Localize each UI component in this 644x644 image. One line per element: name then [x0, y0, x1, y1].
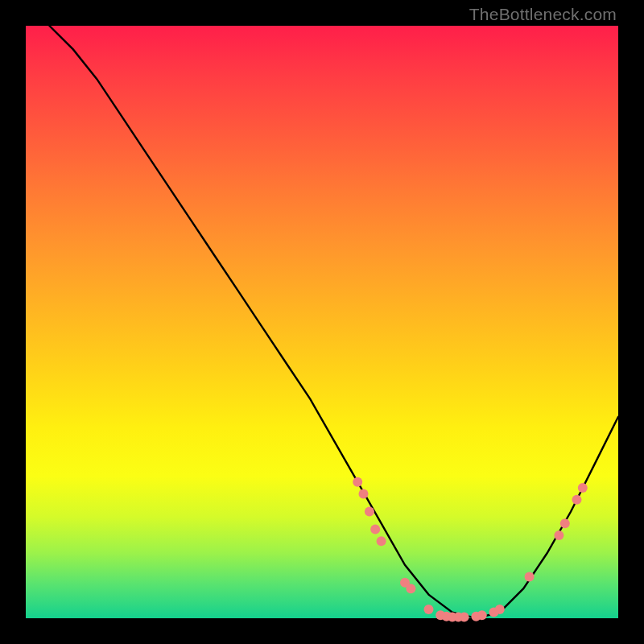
data-point [578, 483, 588, 493]
data-point [359, 489, 369, 498]
data-point [406, 584, 415, 593]
curve-svg [26, 26, 618, 618]
watermark-text: TheBottleneck.com [469, 5, 617, 24]
data-point [460, 613, 469, 622]
data-point [554, 530, 564, 540]
bottleneck-curve [49, 26, 618, 618]
data-point [353, 477, 362, 487]
data-point [365, 507, 374, 517]
data-point [560, 518, 570, 528]
chart-stage: TheBottleneck.com [0, 0, 644, 644]
data-point [495, 605, 505, 614]
data-point [477, 610, 487, 620]
data-point [424, 605, 434, 614]
data-point [370, 525, 380, 535]
highlight-points [353, 477, 588, 622]
plot-area [26, 26, 618, 618]
data-point [572, 495, 582, 505]
data-point [377, 536, 386, 546]
data-point [525, 572, 535, 582]
